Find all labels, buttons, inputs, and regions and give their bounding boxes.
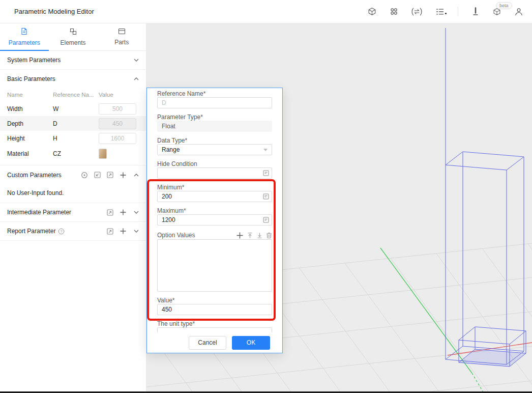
- model-beta-icon[interactable]: beta: [493, 8, 501, 16]
- beta-badge: beta: [496, 2, 512, 9]
- field-hide-condition: Hide Condition: [157, 161, 272, 179]
- tab-parts[interactable]: Parts: [97, 23, 146, 50]
- chevron-down-icon: [263, 149, 268, 151]
- measure-icon[interactable]: [472, 7, 479, 16]
- formula-icon[interactable]: [263, 170, 269, 176]
- sidebar-tabs: Parameters Elements Parts: [0, 23, 146, 51]
- field-label: Hide Condition: [157, 161, 272, 167]
- section-system-parameters[interactable]: System Parameters: [0, 51, 146, 70]
- toolbar-divider: [458, 7, 458, 16]
- column-reference: Reference Na...: [53, 92, 99, 98]
- basic-parameters-table: Name Reference Na... Value Width W Depth…: [0, 88, 146, 165]
- section-title: Basic Parameters: [7, 75, 55, 82]
- field-label: Data Type*: [157, 137, 272, 144]
- formula-icon[interactable]: [263, 217, 269, 223]
- param-reference: CZ: [53, 150, 99, 157]
- reference-name-input[interactable]: [157, 97, 272, 108]
- move-bottom-icon[interactable]: [256, 232, 263, 239]
- height-value-input[interactable]: [99, 133, 136, 144]
- field-label: Parameter Type*: [157, 114, 272, 120]
- formula-icon[interactable]: [263, 193, 269, 200]
- table-header: Name Reference Na... Value: [0, 88, 146, 101]
- value-input[interactable]: [157, 304, 272, 315]
- parameter-type-input: [157, 121, 272, 132]
- chevron-up-icon[interactable]: [134, 174, 139, 177]
- preview-icon[interactable]: [81, 172, 88, 179]
- tab-elements[interactable]: Elements: [49, 23, 98, 50]
- param-name: Depth: [7, 120, 53, 127]
- section-title: Intermediate Parameter: [7, 209, 71, 216]
- unit-type-input[interactable]: [157, 327, 272, 332]
- chevron-down-icon[interactable]: [134, 211, 139, 214]
- sidebar: Parameters Elements Parts System Paramet…: [0, 23, 146, 393]
- depth-value-input[interactable]: [99, 118, 136, 129]
- account-icon[interactable]: [515, 8, 523, 16]
- custom-parameters-empty-message: No User-Input found.: [0, 184, 146, 203]
- section-basic-parameters[interactable]: Basic Parameters: [0, 70, 146, 88]
- field-label: Minimum*: [157, 184, 272, 190]
- field-parameter-type: Parameter Type*: [157, 114, 272, 132]
- plus-icon[interactable]: [120, 228, 127, 235]
- plus-icon[interactable]: [120, 209, 127, 216]
- parameter-row-material[interactable]: Material CZ: [0, 146, 146, 162]
- export-icon[interactable]: [107, 172, 113, 178]
- tab-label: Elements: [60, 39, 85, 46]
- field-label: The unit type*: [157, 321, 272, 327]
- chevron-up-icon[interactable]: [134, 77, 139, 80]
- tab-parameters[interactable]: Parameters: [0, 23, 49, 50]
- export-icon[interactable]: [107, 228, 113, 235]
- hide-condition-input[interactable]: [157, 167, 272, 179]
- outline-list-icon[interactable]: [436, 8, 444, 15]
- tab-label: Parameters: [9, 39, 40, 46]
- field-reference-name: Reference Name*: [157, 91, 272, 108]
- data-type-select[interactable]: Range: [157, 144, 272, 155]
- field-minimum: Minimum*: [157, 184, 272, 202]
- minimum-input[interactable]: [157, 191, 272, 202]
- material-swatch[interactable]: [99, 149, 107, 159]
- badge-dot: [445, 13, 447, 14]
- sync-icon[interactable]: [411, 8, 422, 16]
- field-label: Value*: [157, 297, 272, 303]
- elements-icon: [70, 28, 77, 37]
- edit-parameter-dialog: Reference Name* Parameter Type* Data Typ…: [146, 88, 283, 353]
- axis-green: [380, 248, 484, 393]
- delete-icon[interactable]: [266, 232, 272, 239]
- add-option-icon[interactable]: [236, 232, 244, 239]
- parameter-row-width[interactable]: Width W: [0, 101, 146, 116]
- app-title: Parametric Modeling Editor: [14, 8, 94, 15]
- header-toolbar: beta: [368, 7, 523, 16]
- section-custom-parameters[interactable]: Custom Parameters: [0, 165, 146, 184]
- svg-text:?: ?: [61, 229, 63, 234]
- help-icon[interactable]: ?: [58, 228, 65, 235]
- parts-icon: [118, 28, 126, 36]
- width-value-input[interactable]: [99, 103, 136, 115]
- field-data-type: Data Type* Range: [157, 137, 272, 155]
- move-top-icon[interactable]: [247, 232, 253, 239]
- section-intermediate-parameter[interactable]: Intermediate Parameter: [0, 203, 146, 222]
- section-report-parameter[interactable]: Report Parameter ?: [0, 222, 146, 241]
- cancel-button[interactable]: Cancel: [189, 336, 226, 350]
- field-option-values: Option Values: [157, 231, 272, 292]
- field-label: Option Values: [157, 232, 195, 238]
- chevron-down-icon[interactable]: [134, 59, 139, 62]
- export-model-icon[interactable]: [368, 7, 376, 16]
- column-value: Value: [99, 92, 139, 98]
- components-icon[interactable]: [390, 8, 398, 15]
- param-reference: H: [53, 135, 99, 142]
- selected-option: Range: [162, 146, 180, 153]
- maximum-input[interactable]: [157, 214, 272, 226]
- param-name: Width: [7, 105, 53, 113]
- dialog-body: Reference Name* Parameter Type* Data Typ…: [147, 88, 282, 332]
- option-values-textarea[interactable]: [157, 239, 272, 292]
- field-label: Maximum*: [157, 208, 272, 214]
- ok-button[interactable]: OK: [232, 336, 270, 350]
- export-icon[interactable]: [107, 209, 113, 216]
- parameter-row-depth[interactable]: Depth D: [0, 116, 146, 131]
- cabinet-wireframe: [446, 28, 524, 364]
- import-icon[interactable]: [94, 172, 101, 178]
- parameter-row-height[interactable]: Height H: [0, 131, 146, 146]
- dialog-footer: Cancel OK: [147, 332, 282, 353]
- field-value: Value*: [157, 297, 272, 315]
- chevron-down-icon[interactable]: [134, 230, 139, 233]
- plus-icon[interactable]: [120, 172, 127, 179]
